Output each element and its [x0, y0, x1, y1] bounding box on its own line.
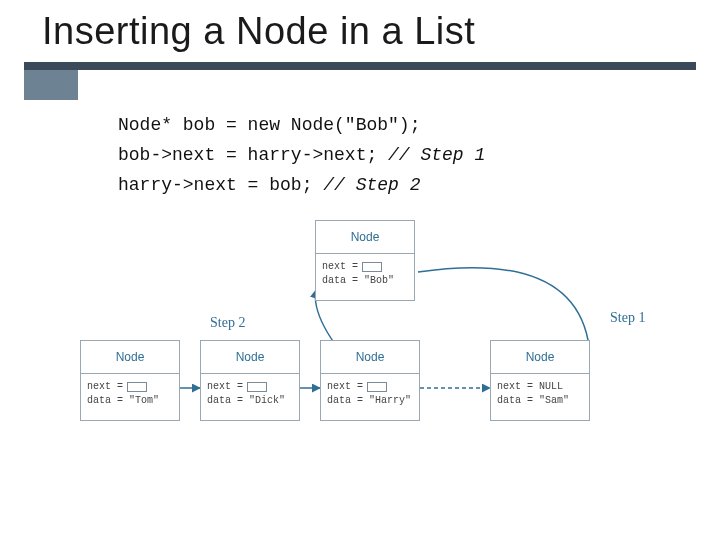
node-harry-body: next = data = "Harry" [320, 374, 420, 421]
node-sam-body: next = NULL data = "Sam" [490, 374, 590, 421]
diagram: Step 2 Step 1 Node next = data = "Bob" N… [80, 220, 660, 450]
node-sam: Node next = NULL data = "Sam" [490, 340, 590, 421]
pointer-box-icon [127, 382, 147, 392]
code-line-3a: harry->next = bob; [118, 175, 323, 195]
node-bob-data: data = "Bob" [322, 274, 408, 288]
node-dick-data: data = "Dick" [207, 394, 293, 408]
node-sam-data: data = "Sam" [497, 394, 583, 408]
node-tom-next: next = [87, 380, 173, 394]
title-rule [24, 62, 696, 70]
code-line-2a: bob->next = harry->next; [118, 145, 388, 165]
node-sam-header: Node [490, 340, 590, 374]
node-tom: Node next = data = "Tom" [80, 340, 180, 421]
code-step-1: // Step 1 [388, 145, 485, 165]
pointer-box-icon [247, 382, 267, 392]
pointer-box-icon [362, 262, 382, 272]
node-bob-body: next = data = "Bob" [315, 254, 415, 301]
node-sam-next: next = NULL [497, 380, 583, 394]
node-bob-next: next = [322, 260, 408, 274]
node-harry-next: next = [327, 380, 413, 394]
node-harry-data: data = "Harry" [327, 394, 413, 408]
node-dick-body: next = data = "Dick" [200, 374, 300, 421]
node-harry: Node next = data = "Harry" [320, 340, 420, 421]
step1-label: Step 1 [610, 310, 645, 326]
code-block: Node* bob = new Node("Bob"); bob->next =… [118, 110, 485, 200]
node-tom-body: next = data = "Tom" [80, 374, 180, 421]
node-dick-next: next = [207, 380, 293, 394]
node-bob: Node next = data = "Bob" [315, 220, 415, 301]
code-step-2: // Step 2 [323, 175, 420, 195]
node-tom-data: data = "Tom" [87, 394, 173, 408]
node-dick-header: Node [200, 340, 300, 374]
node-tom-header: Node [80, 340, 180, 374]
step2-label: Step 2 [210, 315, 245, 331]
node-dick: Node next = data = "Dick" [200, 340, 300, 421]
page-title: Inserting a Node in a List [42, 10, 475, 53]
pointer-box-icon [367, 382, 387, 392]
accent-box [24, 70, 78, 100]
node-harry-header: Node [320, 340, 420, 374]
node-bob-header: Node [315, 220, 415, 254]
slide: Inserting a Node in a List Node* bob = n… [0, 0, 720, 540]
code-line-1: Node* bob = new Node("Bob"); [118, 115, 420, 135]
